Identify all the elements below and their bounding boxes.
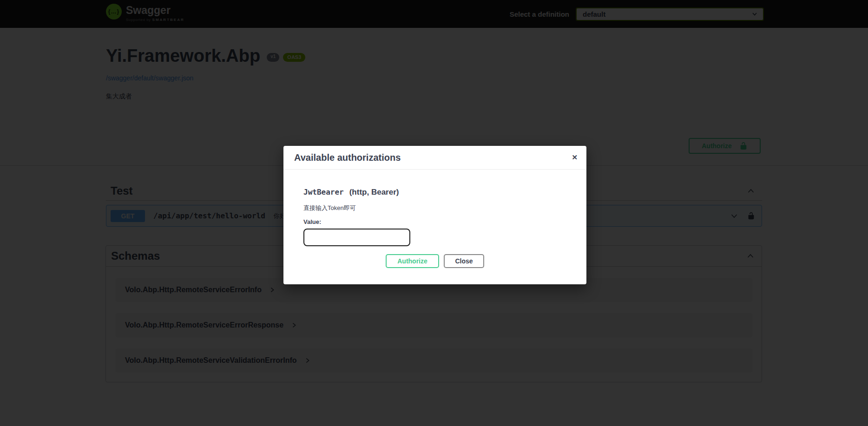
auth-scheme-type: (http, Bearer) <box>349 188 399 197</box>
auth-scheme-name: JwtBearer <box>303 188 344 197</box>
close-icon[interactable]: ✕ <box>572 153 578 162</box>
modal-authorize-button[interactable]: Authorize <box>386 254 439 268</box>
authorizations-modal: Available authorizations ✕ JwtBearer (ht… <box>283 146 586 284</box>
token-value-label: Value: <box>303 218 566 225</box>
modal-actions: Authorize Close <box>303 254 566 268</box>
modal-close-button[interactable]: Close <box>444 254 484 268</box>
modal-header: Available authorizations ✕ <box>283 146 586 170</box>
token-input[interactable] <box>303 229 410 246</box>
modal-title: Available authorizations <box>294 152 572 163</box>
auth-scheme-description: 直接输入Token即可 <box>303 204 566 212</box>
auth-scheme-title: JwtBearer (http, Bearer) <box>303 188 566 197</box>
modal-body: JwtBearer (http, Bearer) 直接输入Token即可 Val… <box>283 188 586 268</box>
swagger-page: {…} Swagger Supported bySMARTBEAR Select… <box>0 0 868 426</box>
